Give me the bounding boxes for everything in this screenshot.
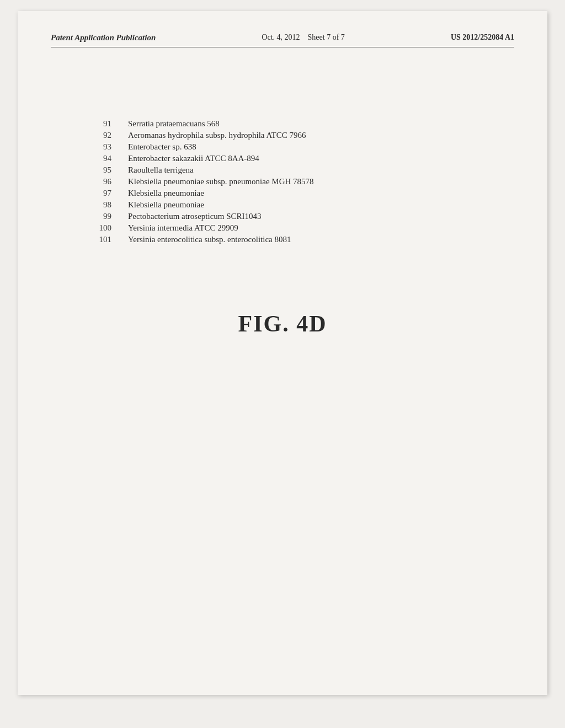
list-item: 101Yersinia enterocolitica subsp. entero…	[84, 235, 514, 244]
legend-number: 101	[84, 235, 128, 244]
list-item: 94Enterobacter sakazakii ATCC 8AA-894	[84, 154, 514, 163]
header-title: Patent Application Publication	[51, 33, 156, 42]
list-item: 98Klebsiella pneumoniae	[84, 200, 514, 210]
list-item: 92Aeromanas hydrophila subsp. hydrophila…	[84, 131, 514, 140]
legend-number: 95	[84, 165, 128, 175]
patent-page: Patent Application Publication Oct. 4, 2…	[18, 11, 547, 695]
legend-text: Aeromanas hydrophila subsp. hydrophila A…	[128, 131, 306, 140]
header-date: Oct. 4, 2012	[262, 33, 300, 41]
legend-text: Yersinia intermedia ATCC 29909	[128, 223, 238, 233]
legend-number: 98	[84, 200, 128, 210]
list-item: 91Serratia prataemacuans 568	[84, 119, 514, 129]
legend-text: Klebsiella pneumoniae subsp. pneumoniae …	[128, 177, 314, 186]
page-header: Patent Application Publication Oct. 4, 2…	[51, 33, 514, 47]
header-patent-number: US 2012/252084 A1	[451, 33, 514, 42]
legend-number: 100	[84, 223, 128, 233]
legend-number: 96	[84, 177, 128, 186]
header-sheet: Sheet 7 of 7	[308, 33, 345, 41]
legend-number: 97	[84, 189, 128, 198]
legend-text: Klebsiella pneumoniae	[128, 200, 204, 210]
legend-number: 99	[84, 212, 128, 221]
list-item: 95Raoultella terrigena	[84, 165, 514, 175]
content-area: 91Serratia prataemacuans 56892Aeromanas …	[51, 64, 514, 359]
list-item: 100Yersinia intermedia ATCC 29909	[84, 223, 514, 233]
legend-table: 91Serratia prataemacuans 56892Aeromanas …	[84, 119, 514, 244]
list-item: 93Enterobacter sp. 638	[84, 142, 514, 152]
legend-text: Serratia prataemacuans 568	[128, 119, 220, 129]
legend-number: 93	[84, 142, 128, 152]
list-item: 96Klebsiella pneumoniae subsp. pneumonia…	[84, 177, 514, 186]
legend-text: Enterobacter sakazakii ATCC 8AA-894	[128, 154, 259, 163]
legend-text: Yersinia enterocolitica subsp. enterocol…	[128, 235, 291, 244]
legend-text: Enterobacter sp. 638	[128, 142, 196, 152]
legend-text: Raoultella terrigena	[128, 165, 194, 175]
figure-label: FIG. 4D	[51, 311, 514, 337]
legend-text: Pectobacterium atrosepticum SCRI1043	[128, 212, 262, 221]
legend-number: 91	[84, 119, 128, 129]
legend-number: 92	[84, 131, 128, 140]
header-date-sheet: Oct. 4, 2012 Sheet 7 of 7	[262, 33, 344, 42]
legend-number: 94	[84, 154, 128, 163]
list-item: 97Klebsiella pneumoniae	[84, 189, 514, 198]
list-item: 99Pectobacterium atrosepticum SCRI1043	[84, 212, 514, 221]
legend-text: Klebsiella pneumoniae	[128, 189, 204, 198]
